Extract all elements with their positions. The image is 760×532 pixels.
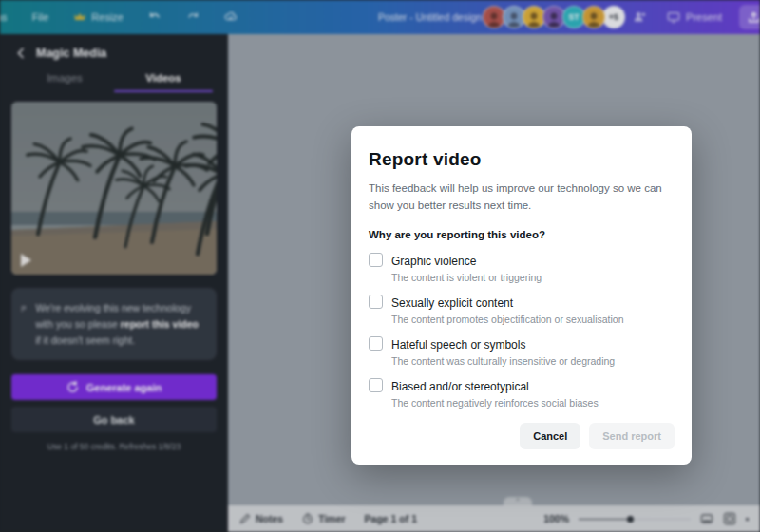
upload-share-icon xyxy=(748,11,760,24)
cancel-button[interactable]: Cancel xyxy=(520,423,580,449)
zoom-controls: 100% xyxy=(543,512,749,525)
zoom-level[interactable]: 100% xyxy=(543,513,569,524)
panel-header: Magic Media xyxy=(0,34,228,68)
option-sexually-explicit[interactable]: Sexually explicit content The content pr… xyxy=(369,294,674,325)
present-screen-icon xyxy=(667,10,680,24)
menu-partial[interactable]: ns xyxy=(0,11,8,23)
play-icon[interactable] xyxy=(21,254,31,267)
generated-video-thumbnail[interactable] xyxy=(11,102,217,275)
thumbnail-dim-overlay xyxy=(11,102,217,275)
option-graphic-violence[interactable]: Graphic violence The content is violent … xyxy=(369,252,674,283)
crown-icon xyxy=(73,10,86,24)
option-label: Hateful speech or symbols xyxy=(391,338,525,352)
notes-button[interactable]: Notes xyxy=(239,513,283,524)
status-bar: Notes Timer Page 1 of 1 100% xyxy=(228,505,760,532)
collaborator-avatars: ST +5 xyxy=(485,6,625,28)
file-menu[interactable]: File xyxy=(32,11,49,23)
share-person-button[interactable] xyxy=(633,10,646,24)
topbar-right-group: Present xyxy=(608,0,760,34)
go-back-button[interactable]: Go back xyxy=(11,407,217,432)
person-silhouette-icon xyxy=(545,11,562,28)
zoom-slider[interactable] xyxy=(579,514,691,523)
fullscreen-icon[interactable] xyxy=(723,512,736,525)
flag-icon xyxy=(21,300,27,317)
top-toolbar: ns File Resize xyxy=(0,0,760,34)
zoom-slider-track xyxy=(631,519,691,521)
option-hateful-speech[interactable]: Hateful speech or symbols The content wa… xyxy=(369,335,674,367)
option-biased-stereotypical[interactable]: Biased and/or stereotypical The content … xyxy=(369,377,674,408)
person-silhouette-icon xyxy=(505,11,522,28)
option-label: Biased and/or stereotypical xyxy=(391,380,529,393)
generate-again-label: Generate again xyxy=(86,382,162,393)
checkbox-icon[interactable] xyxy=(369,294,383,309)
option-description: The content promotes objectification or … xyxy=(391,314,624,325)
report-options-list: Graphic violence The content is violent … xyxy=(369,252,674,408)
document-title[interactable]: Poster - Untitled design xyxy=(378,11,482,23)
dialog-actions: Cancel Send report xyxy=(369,423,674,449)
credits-text: Use 1 of 50 credits. Refreshes 1/8/23 xyxy=(0,442,228,451)
notice-text-tail: if it doesn't seem right. xyxy=(35,334,135,346)
refresh-icon xyxy=(66,381,79,393)
app-window: ns File Resize xyxy=(0,0,760,532)
avatar-6[interactable] xyxy=(582,6,605,28)
checkbox-icon[interactable] xyxy=(369,378,383,392)
person-silhouette-icon xyxy=(585,11,602,28)
checkbox-icon[interactable] xyxy=(369,253,383,267)
timer-button[interactable]: Timer xyxy=(302,513,345,524)
notice-text: We're evolving this new technology with … xyxy=(35,300,205,348)
person-silhouette-icon xyxy=(485,11,503,28)
notes-label: Notes xyxy=(256,513,283,524)
send-report-button[interactable]: Send report xyxy=(589,423,674,449)
tab-videos[interactable]: Videos xyxy=(114,72,213,92)
zoom-slider-track-filled xyxy=(579,519,631,521)
save-status[interactable] xyxy=(224,10,238,24)
redo-icon xyxy=(186,10,200,24)
bottom-panel-pull-tab[interactable]: ^ xyxy=(504,497,532,505)
person-silhouette-icon xyxy=(525,11,542,28)
notes-pencil-icon xyxy=(239,513,251,524)
resize-label: Resize xyxy=(91,11,124,23)
back-chevron-icon[interactable] xyxy=(15,48,27,59)
report-notice-box: We're evolving this new technology with … xyxy=(11,288,217,360)
timer-clock-icon xyxy=(302,513,314,524)
panel-title: Magic Media xyxy=(36,47,106,60)
resize-menu[interactable]: Resize xyxy=(73,10,124,24)
checkbox-icon[interactable] xyxy=(369,336,383,351)
page-indicator[interactable]: Page 1 of 1 xyxy=(365,513,417,524)
media-tabs: Images Videos xyxy=(0,72,228,92)
magic-media-panel: Magic Media Images Videos xyxy=(0,34,228,532)
pages-view-icon[interactable] xyxy=(700,512,713,525)
present-button[interactable]: Present xyxy=(667,10,722,24)
undo-button[interactable] xyxy=(148,10,162,24)
avatar-initials: ST xyxy=(568,12,580,22)
share-button[interactable] xyxy=(739,5,760,29)
redo-button[interactable] xyxy=(186,10,200,24)
dialog-description: This feedback will help us improve our t… xyxy=(369,180,673,215)
report-video-dialog: Report video This feedback will help us … xyxy=(352,126,692,465)
timer-label: Timer xyxy=(318,513,345,524)
zoom-slider-knob[interactable] xyxy=(627,516,634,522)
present-label: Present xyxy=(686,11,722,23)
option-description: The content is violent or triggering xyxy=(391,272,542,283)
undo-icon xyxy=(148,10,162,24)
option-label: Graphic violence xyxy=(391,255,476,268)
cloud-check-icon xyxy=(224,10,238,24)
option-label: Sexually explicit content xyxy=(391,296,513,310)
tab-images[interactable]: Images xyxy=(15,72,114,92)
option-description: The content negatively reinforces social… xyxy=(391,397,598,408)
overflow-dot-icon[interactable] xyxy=(746,518,749,521)
dialog-title: Report video xyxy=(369,149,674,170)
report-this-video-link[interactable]: report this video xyxy=(121,318,199,330)
dialog-question: Why are you reporting this video? xyxy=(369,229,674,240)
person-add-icon xyxy=(633,10,646,24)
option-description: The content was culturally insensitive o… xyxy=(391,355,615,367)
generate-again-button[interactable]: Generate again xyxy=(11,374,217,400)
